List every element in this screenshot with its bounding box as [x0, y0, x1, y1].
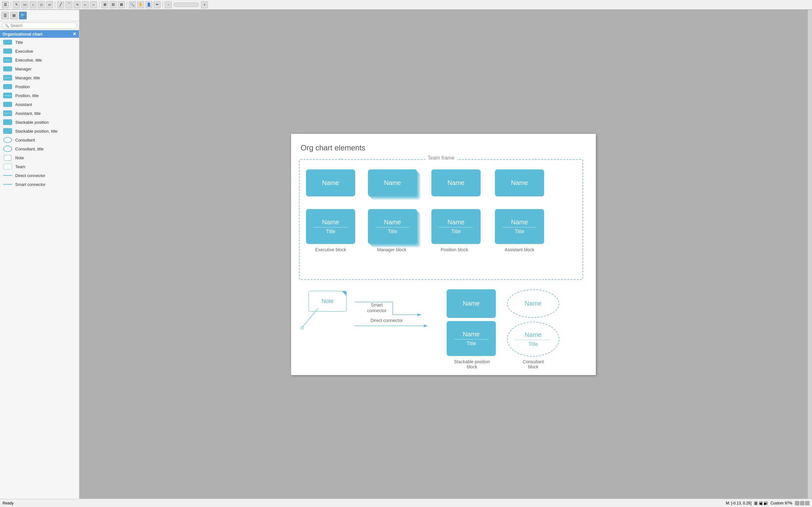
separator-5: [163, 2, 163, 8]
connector-tool[interactable]: ↔: [90, 1, 97, 8]
sidebar-item-smart-connector[interactable]: Smart connector: [0, 180, 79, 189]
zoom-in-button[interactable]: ＋: [201, 1, 208, 8]
direct-connector-label: Direct connector: [15, 173, 45, 178]
next-icon[interactable]: ▶: [764, 501, 768, 505]
ellipse-tool[interactable]: ○: [30, 1, 37, 8]
assistant-top-name: Name: [511, 179, 528, 186]
sidebar-item-manager[interactable]: Manager: [0, 64, 79, 73]
direct-connector-label-text: Direct connector: [370, 318, 403, 323]
prev-icon[interactable]: ◀: [759, 501, 763, 505]
hand-tool[interactable]: ✋: [137, 1, 144, 8]
assistant-block[interactable]: Name Title: [495, 209, 544, 244]
zoom-in-icon[interactable]: 🔍: [129, 1, 136, 8]
stackable-block-top[interactable]: Name: [447, 289, 496, 318]
sidebar-grid-button[interactable]: ⊞: [10, 12, 18, 19]
consultant-block-label: Consultantblock: [503, 359, 563, 369]
assistant-title-label: Assistant, title: [15, 111, 41, 116]
canvas-title: Org chart elements: [301, 144, 365, 152]
manager-block[interactable]: Name Title: [368, 209, 417, 244]
team-frame-arrow-left: ←: [532, 156, 538, 162]
stackable-block[interactable]: Name Title: [447, 321, 496, 356]
polyline-tool[interactable]: ⌐: [82, 1, 89, 8]
executive-label: Executive: [15, 49, 33, 54]
consultant-block[interactable]: Name Title: [507, 322, 559, 357]
diamond-tool[interactable]: ◇: [38, 1, 45, 8]
view-icon-2[interactable]: [800, 501, 804, 505]
sidebar-item-assistant[interactable]: Assistant: [0, 100, 79, 109]
arc-tool[interactable]: ⌒: [65, 1, 72, 8]
executive-divider: [313, 227, 348, 227]
consultant-top-name: Name: [525, 300, 542, 307]
separator-3: [99, 2, 99, 8]
assistant-block-top[interactable]: Name: [495, 169, 544, 196]
search-input[interactable]: [10, 23, 55, 28]
group-tool[interactable]: ⊞: [101, 1, 108, 8]
sidebar-item-position[interactable]: Position: [0, 82, 79, 91]
smart-connector-svg: [351, 292, 431, 321]
menu-icon[interactable]: ☰: [2, 1, 9, 8]
sidebar-item-team[interactable]: Team: [0, 162, 79, 171]
assistant-icon: [3, 101, 13, 108]
sidebar-item-consultant-title[interactable]: Consultant, title: [0, 145, 79, 153]
position-icon: [3, 83, 13, 90]
position-block-top[interactable]: Name: [431, 169, 481, 196]
toolbar-row: ☰ ↖ ▭ ○ ◇ ▱ ╱ ⌒ ∿ ⌐ ↔ ⊞ ⊟ ⊠ 🔍 ✋ 👤 ✏ － ＋: [0, 0, 812, 9]
canvas[interactable]: Org chart elements → Team frame ← Name N…: [291, 134, 596, 375]
curve-tool[interactable]: ∿: [74, 1, 80, 8]
executive-block-top[interactable]: Name: [306, 169, 355, 196]
rectangle-tool[interactable]: ▭: [21, 1, 28, 8]
sidebar-search-button[interactable]: 🔍: [19, 12, 27, 19]
stackable-divider: [454, 339, 489, 339]
search-box[interactable]: 🔍: [2, 22, 77, 29]
sidebar-item-direct-connector[interactable]: Direct connector: [0, 171, 79, 180]
assistant-title: Title: [515, 229, 525, 234]
select-tool[interactable]: 👤: [145, 1, 152, 8]
pen-tool[interactable]: ✏: [154, 1, 161, 8]
view-icon-3[interactable]: [805, 501, 809, 505]
separator-4: [127, 2, 127, 8]
title-label: Title: [15, 40, 23, 45]
distribute-tool[interactable]: ⊠: [118, 1, 125, 8]
stackable-top-name: Name: [463, 300, 480, 307]
sidebar-item-title[interactable]: Title: [0, 38, 79, 47]
pointer-tool[interactable]: ↖: [13, 1, 20, 8]
right-scrollbar[interactable]: [808, 10, 812, 499]
position-block[interactable]: Name Title: [431, 209, 481, 244]
consultant-block-top[interactable]: Name: [507, 289, 559, 318]
consultant-icon: [3, 137, 13, 143]
panel-header: Organizational chart ✕: [0, 30, 79, 38]
manager-title-label: Manager, title: [15, 75, 40, 80]
sidebar-item-executive[interactable]: Executive: [0, 47, 79, 56]
manager-block-top[interactable]: Name: [368, 169, 417, 196]
sidebar-menu-button[interactable]: ☰: [1, 12, 9, 19]
stackable-name: Name: [463, 331, 480, 338]
sidebar-item-stackable[interactable]: Stackable position: [0, 118, 79, 127]
consultant-divider: [515, 340, 551, 340]
canvas-area[interactable]: Org chart elements → Team frame ← Name N…: [79, 10, 808, 499]
line-tool[interactable]: ╱: [57, 1, 64, 8]
zoom-out-button[interactable]: －: [165, 1, 172, 8]
sidebar-item-position-title[interactable]: Position, title: [0, 91, 79, 100]
consultant-title-text: Title: [529, 341, 538, 347]
executive-block[interactable]: Name Title: [306, 209, 355, 244]
view-icon-1[interactable]: [795, 501, 799, 505]
status-right: M: [-0.13, 0.26] ⏸ ◀ ▶ Custom 97%: [726, 501, 809, 505]
parallelogram-tool[interactable]: ▱: [46, 1, 53, 8]
sidebar-item-executive-title[interactable]: Executive, title: [0, 56, 79, 64]
sidebar-item-manager-title[interactable]: Manager, title: [0, 73, 79, 82]
position-name: Name: [447, 219, 465, 226]
sidebar-item-note[interactable]: Note: [0, 153, 79, 162]
panel-close-button[interactable]: ✕: [73, 32, 76, 37]
align-tool[interactable]: ⊟: [110, 1, 116, 8]
sidebar-item-consultant[interactable]: Consultant: [0, 135, 79, 145]
sidebar-item-assistant-title[interactable]: Assistant, title: [0, 109, 79, 118]
executive-top-name: Name: [322, 179, 339, 186]
executive-block-label: Executive block: [300, 247, 362, 252]
toolbar: ☰ ↖ ▭ ○ ◇ ▱ ╱ ⌒ ∿ ⌐ ↔ ⊞ ⊟ ⊠ 🔍 ✋ 👤 ✏ － ＋: [0, 0, 812, 10]
stackable-label: Stackable position: [15, 120, 49, 125]
zoom-slider[interactable]: [174, 3, 199, 7]
sidebar-item-stackable-title[interactable]: Stackable position, title: [0, 127, 79, 135]
sidebar: ☰ ⊞ 🔍 🔍 Organizational chart ✕ Title: [0, 10, 79, 499]
team-icon: [3, 163, 13, 170]
pause-icon[interactable]: ⏸: [754, 501, 758, 505]
